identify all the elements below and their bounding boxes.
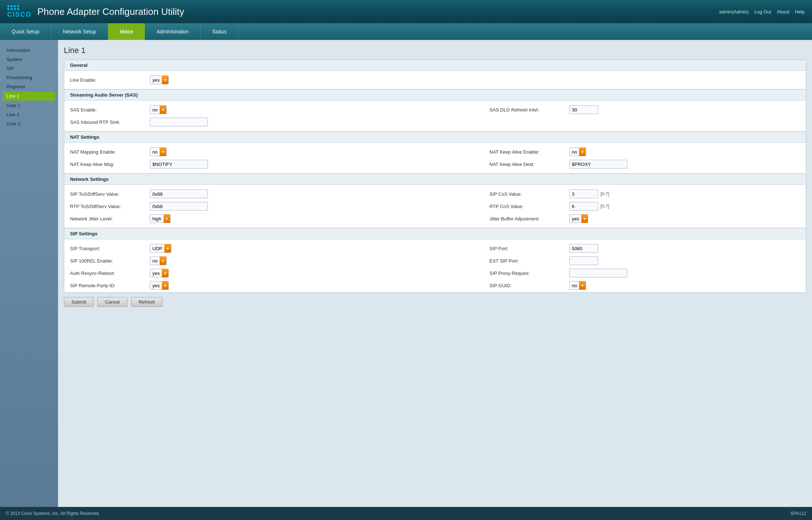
label-sas-dlg: SAS DLG Refresh Intvl:	[489, 107, 569, 113]
input-nat-keepalive-dest[interactable]	[569, 160, 627, 168]
cancel-button[interactable]: Cancel	[97, 297, 127, 307]
sip-rows: SIP Transport: UDP ▼ SIP Port:	[64, 239, 806, 292]
sas-rows: SAS Enable: no ▼ SAS DLG Refresh Intvl:	[64, 101, 806, 131]
sidebar-item-regional[interactable]: Regional	[0, 82, 58, 91]
user-info: admin(Admin)	[719, 9, 749, 15]
input-ext-sip-port[interactable]	[569, 256, 598, 265]
submit-button[interactable]: Submit	[64, 297, 94, 307]
sidebar-item-user2[interactable]: User 2	[0, 119, 58, 128]
cisco-logo-dot-5	[7, 8, 9, 10]
section-header-network: Network Settings	[64, 174, 806, 185]
select-nat-mapping-btn[interactable]: ▼	[160, 147, 166, 156]
section-header-nat: NAT Settings	[64, 131, 806, 143]
cisco-logo-dot-2	[11, 5, 13, 7]
control-nat-mapping: no ▼	[150, 147, 475, 156]
tab-network-setup[interactable]: Network Setup	[51, 23, 108, 40]
sidebar: Information System SIP Provisioning Regi…	[0, 40, 58, 507]
label-nat-keepalive-enable: NAT Keep Alive Enable:	[489, 149, 569, 155]
label-sas-enable: SAS Enable:	[70, 107, 150, 113]
select-jitter-level-btn[interactable]: ▼	[164, 214, 170, 223]
logout-link[interactable]: Log Out	[754, 9, 771, 15]
control-sip-remote-party: yes ▼	[150, 281, 475, 290]
input-sas-dlg[interactable]	[569, 105, 598, 114]
tab-voice[interactable]: Voice	[108, 23, 145, 40]
select-nat-mapping[interactable]: no ▼	[150, 147, 167, 156]
label-sip-guid: SIP GUID:	[489, 283, 569, 288]
app-title: Phone Adapter Configuration Utility	[37, 6, 184, 17]
select-sas-enable[interactable]: no ▼	[150, 105, 167, 114]
input-nat-keepalive-msg[interactable]	[150, 160, 208, 168]
input-sas-rtp-sink[interactable]	[150, 118, 208, 126]
select-line-enable[interactable]: yes ▼	[150, 76, 169, 84]
label-jitter-level: Network Jitter Level:	[70, 216, 150, 222]
label-sip-port: SIP Port:	[489, 246, 569, 251]
cisco-logo-dots-2	[7, 8, 32, 10]
select-sip-100rel[interactable]: no ▼	[150, 256, 167, 265]
footer: © 2013 Cisco Systems, Inc. All Rights Re…	[0, 507, 812, 520]
control-auth-resync: yes ▼	[150, 269, 475, 277]
sidebar-item-provisioning[interactable]: Provisioning	[0, 73, 58, 82]
sidebar-item-system[interactable]: System	[0, 55, 58, 64]
select-jitter-adj-btn[interactable]: ▼	[581, 214, 588, 223]
select-sip-remote-party[interactable]: yes ▼	[150, 281, 169, 290]
input-sip-tos[interactable]	[150, 190, 208, 198]
select-nat-keepalive-enable[interactable]: no ▼	[569, 147, 586, 156]
cisco-logo-dot-8	[17, 8, 19, 10]
select-sas-enable-btn[interactable]: ▼	[160, 105, 166, 114]
control-sas-enable: no ▼	[150, 105, 475, 114]
select-jitter-level[interactable]: high ▼	[150, 214, 171, 223]
select-sip-transport-btn[interactable]: ▼	[164, 244, 171, 253]
select-sas-enable-value: no	[150, 107, 160, 113]
tab-quick-setup[interactable]: Quick Setup	[0, 23, 51, 40]
right-ext-sip-port: EXT SIP Port:	[475, 256, 800, 265]
control-sip-transport: UDP ▼	[150, 244, 475, 253]
select-sip-guid-btn[interactable]: ▼	[579, 281, 586, 290]
control-nat-keepalive-msg	[150, 160, 475, 168]
tab-administration[interactable]: Administration	[145, 23, 201, 40]
page-title: Line 1	[64, 46, 806, 55]
select-auth-resync[interactable]: yes ▼	[150, 269, 169, 277]
sidebar-item-line1[interactable]: Line 1	[3, 92, 55, 101]
right-sip-proxy-require: SIP Proxy-Require:	[475, 269, 800, 277]
select-sip-guid[interactable]: no ▼	[569, 281, 586, 290]
sidebar-item-user1[interactable]: User 1	[0, 101, 58, 110]
select-sip-transport[interactable]: UDP ▼	[150, 244, 171, 253]
hint-rtp-cos: [0-7]	[600, 204, 609, 209]
input-sip-proxy-require[interactable]	[569, 269, 627, 277]
right-nat-keepalive-dest: NAT Keep Alive Dest:	[475, 160, 800, 168]
content-area: Line 1 General Line Enable: yes ▼	[58, 40, 812, 507]
select-auth-resync-btn[interactable]: ▼	[162, 269, 168, 277]
action-buttons: Submit Cancel Refresh	[64, 297, 806, 307]
help-link[interactable]: Help	[795, 9, 805, 15]
about-link[interactable]: About	[777, 9, 789, 15]
select-jitter-adj[interactable]: yes ▼	[569, 214, 588, 223]
select-jitter-adj-value: yes	[570, 216, 581, 222]
select-line-enable-btn[interactable]: ▼	[162, 76, 168, 84]
sidebar-item-line2[interactable]: Line 2	[0, 110, 58, 119]
cisco-logo-dot-3	[14, 5, 16, 7]
sidebar-item-sip[interactable]: SIP	[0, 64, 58, 73]
row-nat-keepalive-msg: NAT Keep Alive Msg: NAT Keep Alive Dest:	[64, 158, 806, 170]
row-sip-transport: SIP Transport: UDP ▼ SIP Port:	[64, 242, 806, 255]
row-rtp-tos: RTP ToS/DiffServ Value: RTP CoS Value: […	[64, 200, 806, 212]
row-sip-debug: SIP Debug Option: none ▼ RTP Log Intvl:	[64, 292, 806, 292]
sidebar-item-information[interactable]: Information	[0, 46, 58, 55]
header-left: CISCO Phone Adapter Configuration Utilit…	[7, 5, 184, 19]
scroll-area[interactable]: General Line Enable: yes ▼ Strea	[64, 60, 806, 292]
control-sas-rtp-sink	[150, 118, 800, 126]
label-nat-mapping: NAT Mapping Enable:	[70, 149, 150, 155]
refresh-button[interactable]: Refresh	[131, 297, 163, 307]
input-rtp-cos[interactable]	[569, 202, 598, 211]
control-line-enable: yes ▼	[150, 76, 800, 84]
select-auth-resync-value: yes	[150, 271, 162, 276]
input-sip-port[interactable]	[569, 244, 598, 253]
select-sip-remote-party-btn[interactable]: ▼	[162, 281, 168, 290]
select-sip-100rel-btn[interactable]: ▼	[160, 256, 166, 265]
input-rtp-tos[interactable]	[150, 202, 208, 211]
cisco-logo: CISCO	[7, 5, 32, 19]
control-jitter-level: high ▼	[150, 214, 475, 223]
select-nat-keepalive-enable-btn[interactable]: ▼	[579, 147, 586, 156]
select-jitter-level-value: high	[150, 216, 164, 222]
input-sip-cos[interactable]	[569, 190, 598, 198]
tab-status[interactable]: Status	[201, 23, 239, 40]
